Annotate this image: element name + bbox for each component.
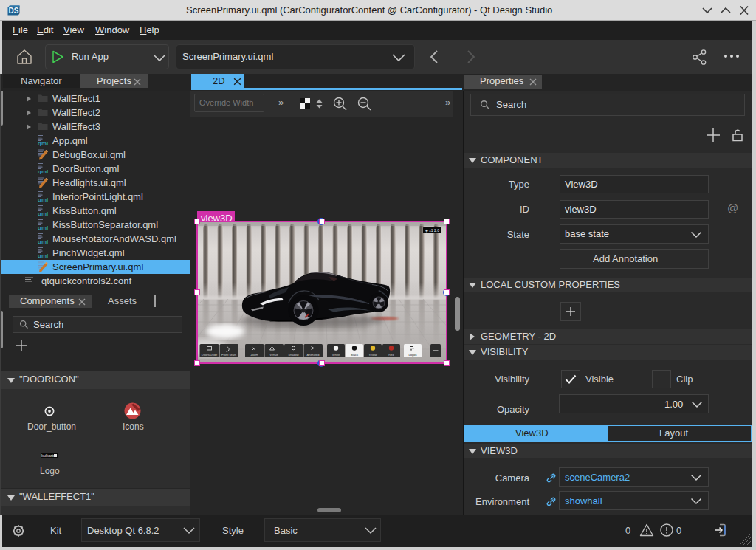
- svg-text:Shadow: Shadow: [288, 353, 299, 357]
- svg-text:Red: Red: [388, 353, 394, 357]
- svg-text:Black: Black: [351, 353, 358, 357]
- svg-text:Logos: Logos: [409, 353, 417, 357]
- svg-text:qml: qml: [38, 252, 48, 258]
- svg-text:Front seats: Front seats: [221, 353, 236, 357]
- svg-text:qml: qml: [38, 210, 48, 216]
- svg-text:qml: qml: [38, 238, 48, 244]
- svg-text:qml: qml: [38, 196, 48, 202]
- svg-text:Zoom: Zoom: [250, 353, 258, 357]
- svg-text:Venue: Venue: [269, 353, 278, 357]
- svg-text:Animated: Animated: [307, 353, 320, 357]
- svg-text:qml: qml: [38, 168, 48, 174]
- svg-text:Doors/Unde: Doors/Unde: [202, 353, 218, 357]
- svg-text:qml: qml: [38, 140, 48, 146]
- svg-text:Yellow: Yellow: [368, 353, 377, 357]
- svg-text:◈ x1 2.0: ◈ x1 2.0: [425, 228, 439, 233]
- svg-text:White: White: [332, 353, 340, 357]
- svg-text:qml: qml: [38, 224, 48, 230]
- svg-text:DS: DS: [9, 7, 19, 15]
